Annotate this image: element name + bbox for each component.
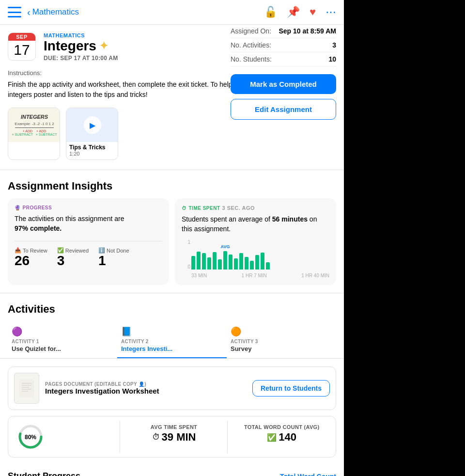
progress-card: 🔮 PROGRESS The activities on this assign… [8, 198, 169, 285]
reviewed-value: 3 [57, 254, 89, 269]
bar-12 [250, 261, 254, 270]
word-count-value: ✅ 140 [235, 431, 328, 444]
activity-3-label: ACTIVITY 3 [231, 339, 332, 344]
bar-10 [239, 253, 243, 270]
time-spent-card: ⏱ TIME SPENT 3 sec. ago Students spent a… [175, 198, 336, 285]
progress-text: The activities on this assignment are 97… [15, 214, 162, 233]
attachment-duration: 1:20 [66, 151, 118, 159]
activities-row: No. Activities: 3 [231, 38, 336, 52]
attachment-tips-tricks[interactable]: ▶ Tips & Tricks 1:20 [66, 108, 118, 160]
activities-value: 3 [332, 41, 336, 49]
activity-3-icon: 🟠 [231, 326, 332, 337]
sidebar-toggle[interactable] [8, 7, 21, 17]
total-word-count-button[interactable]: Total Word Count [280, 473, 336, 476]
progress-tag-label: PROGRESS [23, 205, 52, 210]
x-label-2: 1 HR 7 MIN [242, 273, 267, 278]
document-name: Integers Investigation Worksheet [45, 387, 247, 395]
bar-14 [261, 253, 264, 270]
assigned-on-label: Assigned On: [231, 27, 271, 35]
word-count-label: TOTAL WORD COUNT (AVG) [235, 424, 328, 430]
document-type: PAGES DOCUMENT (EDITABLE COPY 👤) [45, 381, 247, 387]
progress-tag-icon: 🔮 [15, 205, 21, 210]
avg-time-number: 39 MIN [162, 431, 196, 444]
play-button-icon: ▶ [84, 116, 101, 134]
activities-tabs: 🟣 ACTIVITY 1 Use Quizlet for... 📘 ACTIVI… [0, 321, 344, 359]
time-tag-label: TIME SPENT [189, 206, 220, 211]
progress-stats: 📥 To Review 26 ✅ Reviewed 3 ℹ️ Not Done [15, 241, 162, 269]
calendar-badge: SEP 17 [8, 32, 36, 61]
title-text: Integers [44, 38, 96, 54]
to-review-text: To Review [23, 248, 47, 254]
student-progress-header: Student Progress Total Word Count [0, 463, 344, 476]
progress-ring: 80% [18, 424, 43, 449]
tab-activity-2[interactable]: 📘 ACTIVITY 2 Integers Investi... [117, 321, 227, 358]
progress-bold: 97% complete. [15, 224, 62, 232]
video-thumb: ▶ [66, 108, 118, 142]
time-ago: 3 sec. ago [222, 205, 255, 211]
clock-icon: ⏱ [182, 206, 187, 211]
activities-section-title: Activities [0, 293, 344, 321]
stat-to-review: 📥 To Review 26 [15, 247, 47, 269]
avg-time-value: ⏱ 39 MIN [128, 431, 220, 444]
time-bar-chart: 1 0 AVG [182, 239, 329, 278]
activity-2-icon: 📘 [121, 326, 223, 337]
integers-image: INTEGERS Example: -3 -2 -1 0 1 2 + ADD +… [10, 112, 59, 139]
activity-1-label: ACTIVITY 1 [12, 339, 113, 344]
bar-1 [191, 256, 195, 270]
bar-3 [202, 253, 206, 270]
x-label-3: 1 HR 40 MIN [301, 273, 329, 278]
back-button[interactable]: ‹ Mathematics [27, 7, 79, 17]
tab-activity-3[interactable]: 🟠 ACTIVITY 3 Survey [227, 321, 336, 358]
sparkle-icon: ✦ [99, 40, 108, 52]
insights-section-title: Assignment Insights [0, 170, 344, 198]
activity-1-name: Use Quizlet for... [12, 345, 113, 352]
word-count-number: 140 [279, 431, 296, 444]
reviewed-text: Reviewed [65, 248, 89, 254]
time-text: Students spent an average of 56 minutes … [182, 215, 329, 234]
activity-3-name: Survey [231, 345, 332, 352]
document-info: PAGES DOCUMENT (EDITABLE COPY 👤) Integer… [45, 381, 247, 395]
bar-avg: AVG [223, 251, 227, 270]
return-to-students-button[interactable]: Return to Students [252, 380, 330, 397]
avg-marker: AVG [221, 244, 230, 249]
x-label-1: 33 MIN [191, 273, 207, 278]
progress-text-main: The activities on this assignment are [15, 215, 124, 222]
activity-2-name: Integers Investi... [121, 345, 223, 352]
attachment-integers-poster[interactable]: INTEGERS Example: -3 -2 -1 0 1 2 + ADD +… [8, 108, 60, 160]
bar-4 [207, 257, 211, 270]
chart-x-labels: 33 MIN 1 HR 7 MIN 1 HR 40 MIN [191, 273, 329, 278]
stat-reviewed: ✅ Reviewed 3 [57, 247, 89, 269]
activity-2-label: ACTIVITY 2 [121, 339, 223, 344]
edit-assignment-button[interactable]: Edit Assignment [231, 99, 336, 120]
svg-text:80%: 80% [25, 434, 36, 441]
time-stats-icon: ⏱ [152, 433, 160, 442]
calendar-day: 17 [8, 41, 35, 60]
progress-tag: 🔮 PROGRESS [15, 205, 162, 210]
avg-time-label: AVG TIME SPENT [128, 424, 220, 430]
bar-5 [213, 252, 217, 270]
time-tag: ⏱ TIME SPENT 3 sec. ago [182, 205, 329, 211]
document-card: PAGES DOCUMENT (EDITABLE COPY 👤) Integer… [8, 366, 336, 410]
mark-completed-button[interactable]: Mark as Completed [231, 74, 336, 94]
chart-y-axis: 1 0 [182, 239, 190, 270]
students-row: No. Students: 10 [231, 52, 336, 66]
stat-not-done: ℹ️ Not Done 1 [98, 247, 129, 269]
student-progress-title: Student Progress [8, 471, 80, 476]
students-value: 10 [328, 55, 336, 63]
bar-9 [234, 258, 238, 270]
back-label: Mathematics [32, 7, 79, 17]
right-meta-panel: Assigned On: Sep 10 at 8:59 AM No. Activ… [223, 0, 344, 120]
integers-thumb: INTEGERS Example: -3 -2 -1 0 1 2 + ADD +… [8, 108, 60, 142]
avg-time-cell: AVG TIME SPENT ⏱ 39 MIN [120, 416, 228, 457]
assigned-on-value: Sep 10 at 8:59 AM [279, 27, 336, 35]
activities-label: No. Activities: [231, 41, 271, 49]
tab-activity-1[interactable]: 🟣 ACTIVITY 1 Use Quizlet for... [8, 321, 117, 358]
progress-ring-cell: 80% [8, 416, 120, 457]
svg-rect-0 [19, 380, 34, 397]
word-count-icon: ✅ [267, 433, 277, 442]
bar-11 [245, 257, 248, 270]
not-done-value: 1 [98, 254, 129, 269]
insights-grid: 🔮 PROGRESS The activities on this assign… [0, 198, 344, 293]
bar-15 [266, 262, 270, 270]
students-label: No. Students: [231, 55, 272, 63]
